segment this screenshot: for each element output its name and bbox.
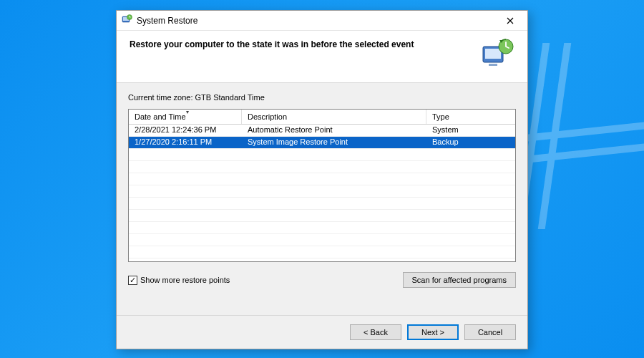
cancel-button[interactable]: Cancel [464,324,516,340]
cell-type [426,210,515,221]
svg-rect-4 [485,49,501,59]
next-button[interactable]: Next > [407,324,459,340]
restore-points-table: Date and Time ▾ Description Type 2/28/20… [128,109,516,262]
table-row [129,161,515,173]
page-title: Restore your computer to the state it wa… [130,39,472,49]
restore-hero-icon [480,38,514,69]
table-row[interactable]: 2/28/2021 12:24:36 PMAutomatic Restore P… [129,125,515,137]
cell-date-time [129,246,242,258]
timezone-label: Current time zone: GTB Standard Time [128,93,516,102]
scan-affected-button[interactable]: Scan for affected programs [403,272,516,288]
table-header: Date and Time ▾ Description Type [129,110,515,125]
cell-description [242,222,426,233]
cell-type: Backup [426,137,515,148]
table-body: 2/28/2021 12:24:36 PMAutomatic Restore P… [129,125,515,261]
show-more-checkbox[interactable]: ✓ Show more restore points [128,276,230,285]
table-row [129,173,515,185]
wizard-header: Restore your computer to the state it wa… [117,31,527,83]
cell-date-time [129,210,242,221]
cell-description [242,210,426,221]
cell-description [242,149,426,160]
cell-type [426,246,515,258]
cell-description [242,185,426,197]
cell-type: System [426,125,515,136]
cell-date-time [129,185,242,197]
cell-description [242,173,426,185]
column-header-type[interactable]: Type [426,110,515,124]
back-button[interactable]: < Back [350,324,401,340]
svg-rect-5 [489,64,497,66]
cell-date-time [129,222,242,233]
cell-date-time [129,173,242,185]
cell-description: System Image Restore Point [242,137,426,148]
system-restore-icon [121,14,132,27]
window-title: System Restore [137,16,499,26]
cell-description [242,234,426,246]
cell-type [426,234,515,246]
titlebar: System Restore [117,11,527,31]
cell-date-time [129,198,242,209]
table-row [129,149,515,161]
wizard-footer: < Back Next > Cancel [117,315,527,349]
table-row[interactable]: 1/27/2020 2:16:11 PMSystem Image Restore… [129,137,515,149]
checkbox-icon: ✓ [128,276,137,285]
table-row [129,185,515,198]
cell-date-time: 1/27/2020 2:16:11 PM [129,137,242,148]
wizard-body: Current time zone: GTB Standard Time Dat… [117,83,527,315]
cell-description: Automatic Restore Point [242,125,426,136]
column-header-label: Date and Time [135,112,186,121]
cell-date-time: 2/28/2021 12:24:36 PM [129,125,242,136]
cell-date-time [129,161,242,173]
close-button[interactable] [499,13,522,29]
table-row [129,246,515,258]
cell-date-time [129,234,242,246]
system-restore-dialog: System Restore Restore your computer to … [116,10,528,349]
table-row [129,198,515,210]
close-icon [507,14,514,26]
sort-descending-icon: ▾ [186,109,189,115]
column-header-description[interactable]: Description [242,110,426,124]
cell-type [426,161,515,173]
cell-description [242,198,426,209]
table-row [129,234,515,246]
table-controls: ✓ Show more restore points Scan for affe… [128,272,516,288]
cell-type [426,149,515,160]
checkbox-label: Show more restore points [140,276,230,284]
column-header-date-time[interactable]: Date and Time ▾ [129,110,242,124]
cell-type [426,198,515,209]
cell-type [426,185,515,197]
table-row [129,222,515,234]
cell-description [242,161,426,173]
cell-type [426,222,515,233]
cell-date-time [129,149,242,160]
cell-type [426,173,515,185]
cell-description [242,246,426,258]
table-row [129,210,515,222]
